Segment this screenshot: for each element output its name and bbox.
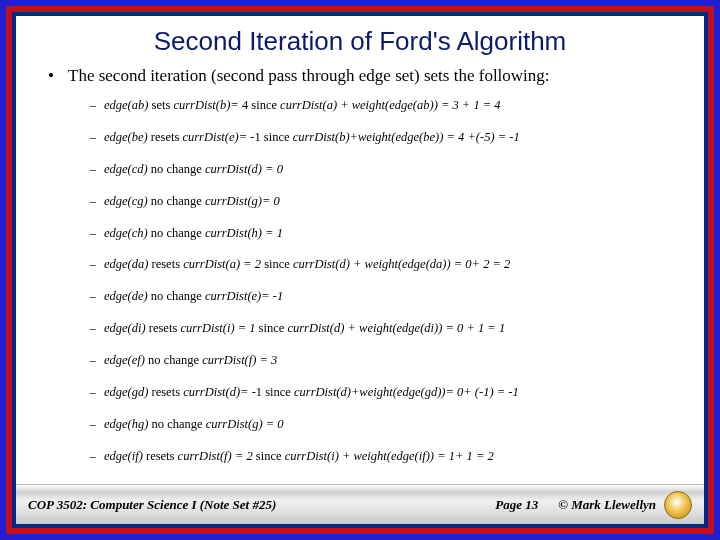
slide-content: Second Iteration of Ford's Algorithm • T… xyxy=(16,16,704,524)
slide-body: • The second iteration (second pass thro… xyxy=(16,65,704,484)
sub-bullet-list: –edge(ab) sets currDist(b)= 4 since curr… xyxy=(44,97,684,465)
dash-icon: – xyxy=(84,384,96,401)
dash-icon: – xyxy=(84,320,96,337)
sub-bullet-text: edge(di) resets currDist(i) = 1 since cu… xyxy=(104,320,505,337)
dash-icon: – xyxy=(84,193,96,210)
footer-left: COP 3502: Computer Science I (Note Set #… xyxy=(28,497,475,513)
border-outer: Second Iteration of Ford's Algorithm • T… xyxy=(0,0,720,540)
sub-bullet-text: edge(ef) no change currDist(f) = 3 xyxy=(104,352,277,369)
sub-bullet: –edge(hg) no change currDist(g) = 0 xyxy=(84,416,684,433)
sub-bullet-text: edge(cd) no change currDist(d) = 0 xyxy=(104,161,283,178)
sub-bullet-text: edge(ab) sets currDist(b)= 4 since currD… xyxy=(104,97,501,114)
sub-bullet: –edge(ch) no change currDist(h) = 1 xyxy=(84,225,684,242)
sub-bullet-text: edge(cg) no change currDist(g)= 0 xyxy=(104,193,280,210)
main-bullet: • The second iteration (second pass thro… xyxy=(44,65,684,87)
main-bullet-text: The second iteration (second pass throug… xyxy=(68,65,550,87)
footer-copyright: © Mark Llewellyn xyxy=(558,497,656,513)
sub-bullet: –edge(gd) resets currDist(d)= -1 since c… xyxy=(84,384,684,401)
sub-bullet-text: edge(hg) no change currDist(g) = 0 xyxy=(104,416,284,433)
sub-bullet-text: edge(be) resets currDist(e)= -1 since cu… xyxy=(104,129,520,146)
sub-bullet: –edge(cd) no change currDist(d) = 0 xyxy=(84,161,684,178)
sub-bullet: –edge(da) resets currDist(a) = 2 since c… xyxy=(84,256,684,273)
slide-title: Second Iteration of Ford's Algorithm xyxy=(16,16,704,65)
sub-bullet: –edge(be) resets currDist(e)= -1 since c… xyxy=(84,129,684,146)
border-inner: Second Iteration of Ford's Algorithm • T… xyxy=(12,12,708,528)
dash-icon: – xyxy=(84,448,96,465)
sub-bullet: –edge(cg) no change currDist(g)= 0 xyxy=(84,193,684,210)
sub-bullet: –edge(ef) no change currDist(f) = 3 xyxy=(84,352,684,369)
sub-bullet-text: edge(gd) resets currDist(d)= -1 since cu… xyxy=(104,384,519,401)
dash-icon: – xyxy=(84,161,96,178)
footer-right: © Mark Llewellyn xyxy=(558,491,692,519)
dash-icon: – xyxy=(84,225,96,242)
dash-icon: – xyxy=(84,416,96,433)
dash-icon: – xyxy=(84,97,96,114)
dash-icon: – xyxy=(84,288,96,305)
sub-bullet-text: edge(ch) no change currDist(h) = 1 xyxy=(104,225,283,242)
sub-bullet: –edge(de) no change currDist(e)= -1 xyxy=(84,288,684,305)
sub-bullet-text: edge(da) resets currDist(a) = 2 since cu… xyxy=(104,256,510,273)
dash-icon: – xyxy=(84,352,96,369)
sub-bullet: –edge(ab) sets currDist(b)= 4 since curr… xyxy=(84,97,684,114)
slide-footer: COP 3502: Computer Science I (Note Set #… xyxy=(16,484,704,524)
sub-bullet-text: edge(de) no change currDist(e)= -1 xyxy=(104,288,283,305)
footer-page: Page 13 xyxy=(475,497,558,513)
dash-icon: – xyxy=(84,256,96,273)
dash-icon: – xyxy=(84,129,96,146)
sub-bullet: –edge(if) resets currDist(f) = 2 since c… xyxy=(84,448,684,465)
sub-bullet: –edge(di) resets currDist(i) = 1 since c… xyxy=(84,320,684,337)
border-mid: Second Iteration of Ford's Algorithm • T… xyxy=(6,6,714,534)
bullet-dot: • xyxy=(44,65,58,87)
ucf-seal-icon xyxy=(664,491,692,519)
sub-bullet-text: edge(if) resets currDist(f) = 2 since cu… xyxy=(104,448,494,465)
